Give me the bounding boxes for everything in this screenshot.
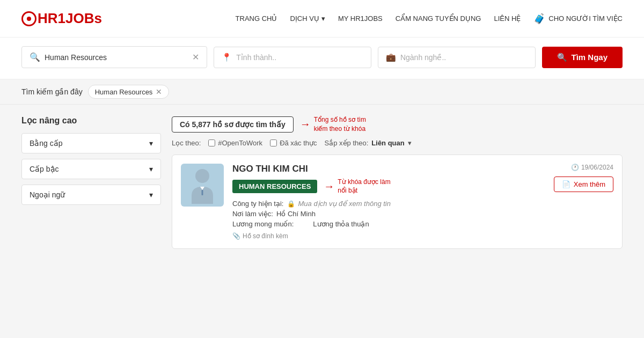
location-pin-icon: 📍	[222, 53, 232, 62]
search-btn-label: Tìm Ngay	[572, 53, 608, 62]
industry-placeholder: Ngành nghề..	[400, 53, 446, 62]
logo[interactable]: HR1JOBs	[21, 10, 102, 27]
nav-dich-vu-label: DỊCH VỤ	[290, 14, 319, 23]
location-placeholder: Tỉnh thành..	[236, 53, 276, 62]
chevron-down-icon-bangcap: ▾	[149, 139, 153, 148]
sidebar-title: Lọc nâng cao	[21, 115, 161, 126]
sort-control: Sắp xếp theo: Liên quan ▾	[325, 139, 412, 147]
svg-point-0	[195, 169, 209, 183]
main-content: Lọc nâng cao Bằng cấp ▾ Cấp bậc ▾ Ngoại …	[0, 105, 644, 319]
profile-company: Công ty hiện tại: 🔒 Mua dịch vụ để xem t…	[232, 200, 545, 208]
chevron-down-icon: ▾	[321, 14, 325, 23]
keyword-annotation: → Từ khóa được làm nổi bật	[324, 178, 391, 196]
filter-cap-bac[interactable]: Cấp bậc ▾	[21, 159, 161, 179]
salary-value: Lương thỏa thuận	[313, 220, 369, 228]
recent-tag-text: Human Resources	[95, 88, 153, 96]
filter-controls: Lọc theo: #OpenToWork Đã xác thực Sắp xế…	[172, 139, 412, 147]
nav-my-hr1jobs[interactable]: MY HR1JOBS	[338, 14, 383, 23]
location-label: Nơi làm việc:	[232, 210, 273, 218]
lock-icon: 🔒	[287, 200, 295, 208]
keyword-annotation-text: Từ khóa được làm nổi bật	[338, 178, 391, 196]
open-to-work-label: #OpenToWork	[218, 139, 262, 147]
nav-lien-he[interactable]: LIÊN HỆ	[494, 14, 521, 23]
chevron-down-icon-capbac: ▾	[149, 165, 153, 173]
profile-info: NGO THI KIM CHI HUMAN RESOURCES → Từ khó…	[232, 164, 545, 240]
nav-for-job-label: CHO NGƯỜI TÌM VIỆC	[548, 14, 623, 23]
location-input-wrap[interactable]: 📍 Tỉnh thành..	[214, 47, 371, 68]
profile-keyword-box: HUMAN RESOURCES	[232, 180, 317, 193]
svg-rect-1	[202, 190, 203, 195]
filter-ngoai-ngu[interactable]: Ngoại ngữ ▾	[21, 185, 161, 205]
profile-card: NGO THI KIM CHI HUMAN RESOURCES → Từ khó…	[172, 155, 623, 249]
filter-cap-bac-label: Cấp bậc	[30, 165, 59, 173]
salary-label: Lương mong muốn:	[232, 220, 294, 228]
main-nav: TRANG CHỦ DỊCH VỤ ▾ MY HR1JOBS CẨM NANG …	[236, 13, 623, 25]
sidebar: Lọc nâng cao Bằng cấp ▾ Cấp bậc ▾ Ngoại …	[21, 115, 161, 308]
profile-attachment: 📎 Hồ sơ đính kèm	[232, 232, 545, 240]
keyword-input-wrap: 🔍 ✕	[21, 46, 207, 68]
logo-circle-icon	[21, 11, 36, 26]
clear-keyword-button[interactable]: ✕	[192, 53, 199, 62]
profile-keyword-wrap: HUMAN RESOURCES → Từ khóa được làm nổi b…	[232, 178, 545, 196]
company-value: Mua dịch vụ để xem thông tin	[298, 200, 391, 208]
recent-search-tag[interactable]: Human Resources ✕	[88, 85, 170, 99]
nav-cam-nang[interactable]: CẨM NANG TUYỂN DỤNG	[396, 14, 481, 23]
filter-bang-cap[interactable]: Bằng cấp ▾	[21, 133, 161, 153]
chevron-down-icon-ngoaingu: ▾	[149, 190, 153, 199]
briefcase-icon: 🧳	[533, 13, 545, 25]
calendar-icon: 🕐	[571, 164, 579, 171]
filter-verified[interactable]: Đã xác thực	[270, 139, 317, 147]
view-more-button[interactable]: 📄 Xem thêm	[554, 177, 613, 192]
filter-label: Lọc theo:	[172, 139, 201, 147]
results-count-box: Có 5,877 hồ sơ được tìm thấy	[172, 116, 294, 133]
chevron-down-icon-sort[interactable]: ▾	[408, 139, 412, 147]
avatar-svg	[186, 166, 218, 204]
nav-for-job[interactable]: 🧳 CHO NGƯỜI TÌM VIỆC	[533, 13, 623, 25]
search-btn-icon: 🔍	[557, 53, 567, 62]
keyword-input[interactable]	[45, 53, 188, 62]
sort-value: Liên quan	[371, 139, 404, 147]
header: HR1JOBs TRANG CHỦ DỊCH VỤ ▾ MY HR1JOBS C…	[0, 0, 644, 38]
verified-checkbox[interactable]	[270, 139, 277, 146]
annotation-arrow: → Tổng số hồ sơ tìm kiếm theo từ khóa	[300, 115, 378, 134]
attachment-label: Hồ sơ đính kèm	[243, 232, 288, 240]
location-value: Hồ Chí Minh	[276, 210, 316, 218]
view-more-label: Xem thêm	[574, 180, 605, 188]
arrow-right-icon: →	[300, 118, 311, 130]
profile-date-action: 🕐 19/06/2024 📄 Xem thêm	[554, 164, 613, 240]
profile-salary: Lương mong muốn: Lương thỏa thuận	[232, 220, 545, 228]
date-value: 19/06/2024	[581, 164, 613, 171]
annotation-count-text: Tổng số hồ sơ tìm kiếm theo từ khóa	[314, 115, 378, 134]
company-label: Công ty hiện tại:	[232, 200, 284, 208]
results-count-wrap: Có 5,877 hồ sơ được tìm thấy → Tổng số h…	[172, 115, 378, 134]
profile-date: 🕐 19/06/2024	[571, 164, 613, 171]
attachment-icon: 📎	[232, 232, 240, 240]
sort-label: Sắp xếp theo:	[325, 139, 369, 147]
recent-tag-close-icon[interactable]: ✕	[156, 87, 162, 96]
search-section: 🔍 ✕ 📍 Tỉnh thành.. 💼 Ngành nghề.. 🔍 Tìm …	[0, 38, 644, 79]
arrow-keyword-icon: →	[324, 180, 334, 193]
filter-open-to-work[interactable]: #OpenToWork	[208, 139, 262, 147]
view-more-icon: 📄	[562, 180, 570, 188]
profile-location: Nơi làm việc: Hồ Chí Minh	[232, 210, 545, 218]
nav-dich-vu[interactable]: DỊCH VỤ ▾	[290, 14, 325, 23]
open-to-work-checkbox[interactable]	[208, 139, 215, 146]
results-header: Có 5,877 hồ sơ được tìm thấy → Tổng số h…	[172, 115, 623, 147]
nav-trang-chu[interactable]: TRANG CHỦ	[236, 14, 277, 23]
industry-input-wrap[interactable]: 💼 Ngành nghề..	[378, 47, 536, 68]
search-button[interactable]: 🔍 Tìm Ngay	[542, 47, 623, 68]
results-area: Có 5,877 hồ sơ được tìm thấy → Tổng số h…	[172, 115, 623, 308]
logo-text-hr1jobs: HR1JOBs	[38, 10, 102, 27]
search-icon: 🔍	[30, 52, 40, 62]
profile-avatar	[181, 164, 224, 207]
recent-search-bar: Tìm kiếm gần đây Human Resources ✕	[0, 79, 644, 105]
filter-bang-cap-label: Bằng cấp	[30, 139, 63, 148]
recent-search-label: Tìm kiếm gần đây	[21, 87, 83, 96]
filter-ngoai-ngu-label: Ngoại ngữ	[30, 190, 65, 199]
industry-icon: 💼	[386, 53, 396, 62]
profile-name: NGO THI KIM CHI	[232, 164, 545, 174]
verified-label: Đã xác thực	[280, 139, 317, 147]
